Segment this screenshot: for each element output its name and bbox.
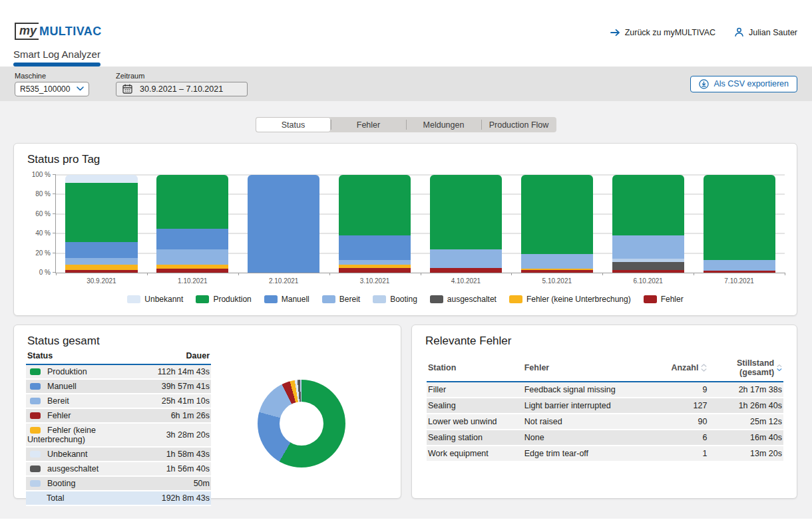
legend-item-produktion: Produktion xyxy=(196,295,251,304)
status-total-card: Status gesamt Status Dauer Produktion112… xyxy=(13,325,401,499)
status-duration: 50m xyxy=(156,476,211,491)
status-row-produktion: Produktion112h 14m 43s xyxy=(26,364,211,379)
chart-legend: UnbekanntProduktionManuellBereitBootinga… xyxy=(14,295,797,304)
error-cell: Sealing station xyxy=(427,430,523,446)
error-cell: 127 xyxy=(658,398,708,414)
error-cell: 13m 20s xyxy=(708,446,783,462)
error-cell: 2h 17m 38s xyxy=(708,382,783,398)
column-header-anzahl[interactable]: Anzahl xyxy=(658,354,708,382)
legend-label: ausgeschaltet xyxy=(447,295,497,304)
column-label: Stillstand (gesamt) xyxy=(710,358,774,377)
tab-production-flow[interactable]: Production Flow xyxy=(481,117,556,132)
stacked-bar-6-10-2021 xyxy=(612,175,684,273)
error-cell: Not raised xyxy=(523,414,659,430)
stacked-bar-5-10-2021 xyxy=(521,175,593,273)
sort-icon xyxy=(777,364,782,372)
chevron-down-icon xyxy=(77,86,84,91)
error-cell: Work equipment xyxy=(427,446,523,462)
tab-status[interactable]: Status xyxy=(256,117,331,132)
x-axis-label: 3.10.2021 xyxy=(329,277,421,285)
error-row-filler: FillerFeedback signal missing92h 17m 38s xyxy=(427,382,783,398)
bar-segment-fehler xyxy=(704,271,775,273)
stacked-bar-30-9-2021 xyxy=(65,175,137,273)
bar-segment-bereit xyxy=(339,260,411,265)
y-axis-label: 0 % xyxy=(20,269,51,276)
total-duration: 192h 8m 43s xyxy=(156,491,211,505)
status-row-ausgeschaltet: ausgeschaltet1h 56m 40s xyxy=(26,462,211,476)
status-swatch xyxy=(30,451,41,458)
stacked-bar-3-10-2021 xyxy=(339,175,411,273)
machine-select[interactable]: R535_100000 xyxy=(15,82,89,96)
error-cell: 1 xyxy=(658,446,708,462)
bar-segment-manuell xyxy=(339,235,411,260)
period-datepicker[interactable]: 30.9.2021 – 7.10.2021 xyxy=(116,82,248,96)
logo-brand-text: MULTIVAC xyxy=(39,25,102,39)
x-axis-tick xyxy=(785,273,785,275)
app-tab-smart-log-analyzer[interactable]: Smart Log Analyzer xyxy=(13,49,101,66)
legend-swatch xyxy=(644,295,657,303)
status-duration: 112h 14m 43s xyxy=(156,364,211,379)
bar-segment-manuell xyxy=(65,242,137,258)
error-cell: 90 xyxy=(658,414,708,430)
legend-swatch xyxy=(509,295,522,303)
bar-segment-fehler xyxy=(521,270,593,273)
legend-swatch xyxy=(127,295,140,303)
bar-slot xyxy=(329,175,421,273)
tab-meldungen[interactable]: Meldungen xyxy=(406,117,481,132)
error-cell: Feedback signal missing xyxy=(523,382,659,398)
x-axis-tick xyxy=(511,273,512,275)
bar-segment-produktion xyxy=(339,175,411,235)
status-per-day-card: Status pro Tag 0 %20 %40 %60 %80 %100 % … xyxy=(13,143,797,316)
x-axis-label: 7.10.2021 xyxy=(694,277,785,285)
export-csv-button[interactable]: Als CSV exportieren xyxy=(690,76,797,92)
status-swatch xyxy=(30,466,41,472)
status-swatch xyxy=(30,412,41,419)
status-total-table: Status Dauer Produktion112h 14m 43sManue… xyxy=(26,348,211,506)
bar-segment-bereit xyxy=(65,258,137,265)
stacked-bar-2-10-2021 xyxy=(248,175,319,273)
period-value: 30.9.2021 – 7.10.2021 xyxy=(140,84,223,94)
relevant-errors-table: StationFehlerAnzahlStillstand (gesamt) F… xyxy=(427,354,783,462)
status-duration: 1h 58m 43s xyxy=(156,447,211,462)
dauer-column-header: Dauer xyxy=(156,348,211,364)
x-axis-tick xyxy=(329,273,330,275)
export-csv-label: Als CSV exportieren xyxy=(713,79,789,88)
bar-segment-fehler_ku xyxy=(65,265,137,270)
error-cell: 6 xyxy=(658,430,708,446)
legend-label: Bereit xyxy=(339,295,360,304)
error-cell: Sealing xyxy=(427,398,523,414)
error-cell: None xyxy=(523,430,659,446)
x-axis-label: 6.10.2021 xyxy=(602,277,694,285)
status-swatch xyxy=(30,368,41,375)
bar-segment-manuell xyxy=(248,175,319,273)
legend-item-bereit: Bereit xyxy=(322,295,360,304)
status-label: Unbekannt xyxy=(47,450,87,459)
user-icon xyxy=(734,27,744,37)
error-cell: Lower web unwind xyxy=(427,414,523,430)
legend-label: Produktion xyxy=(213,295,251,304)
download-icon xyxy=(699,79,709,89)
status-per-day-chart: 0 %20 %40 %60 %80 %100 % 30.9.20211.10.2… xyxy=(55,175,785,273)
y-axis-label: 80 % xyxy=(20,190,51,198)
relevant-errors-card: Relevante Fehler StationFehlerAnzahlStil… xyxy=(411,325,797,499)
back-link-label: Zurück zu myMULTIVAC xyxy=(625,28,715,37)
legend-label: Manuell xyxy=(282,295,309,304)
calendar-icon xyxy=(122,84,132,94)
status-row-unbekannt: Unbekannt1h 58m 43s xyxy=(26,447,211,462)
user-menu[interactable]: Julian Sauter xyxy=(734,27,797,37)
legend-swatch xyxy=(373,295,386,303)
x-axis-label: 2.10.2021 xyxy=(238,277,329,285)
legend-label: Fehler xyxy=(661,295,684,304)
tab-fehler[interactable]: Fehler xyxy=(331,117,406,132)
brand-logo: my MULTIVAC xyxy=(15,23,102,40)
bar-segment-produktion xyxy=(156,175,228,229)
status-total-title: Status gesamt xyxy=(27,334,100,348)
status-duration: 6h 1m 26s xyxy=(156,408,211,423)
x-axis-tick xyxy=(238,273,239,275)
back-to-mymultivac-link[interactable]: Zurück zu myMULTIVAC xyxy=(610,28,715,37)
x-axis-tick xyxy=(421,273,421,275)
y-axis-label: 40 % xyxy=(20,229,51,237)
column-header-stillstand-gesamt[interactable]: Stillstand (gesamt) xyxy=(708,354,783,382)
x-axis-tick xyxy=(147,273,148,275)
bar-slot xyxy=(694,175,785,273)
